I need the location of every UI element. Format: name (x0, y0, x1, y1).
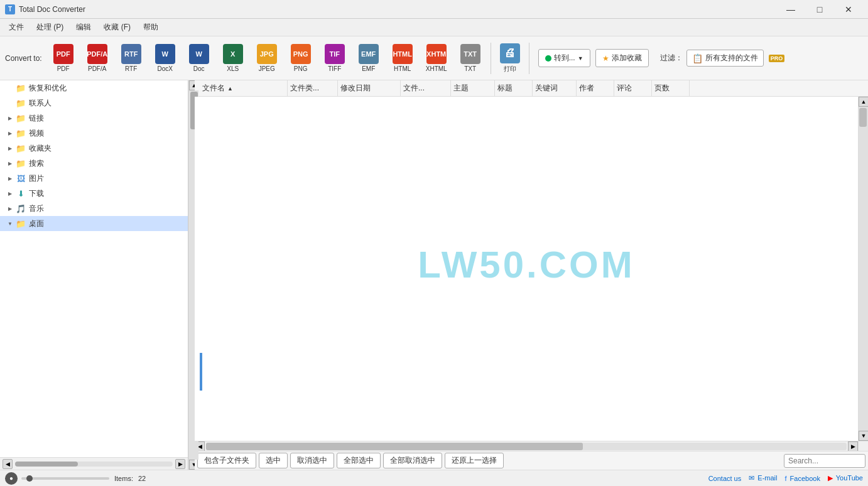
status-bar: ● Items: 22 Contact us ✉ E-mail f Facebo… (0, 470, 868, 486)
col-author-label: 作者 (579, 83, 594, 94)
col-filesize[interactable]: 文件... (401, 80, 451, 96)
sidebar-item-restore[interactable]: 📁 恢复和优化 (0, 80, 188, 95)
vscroll-up-btn[interactable]: ▲ (859, 97, 868, 107)
docx-icon: W (155, 44, 175, 64)
close-button[interactable]: ✕ (834, 0, 863, 19)
filter-value: 所有支持的文件 (705, 53, 758, 63)
sidebar-item-search[interactable]: ▶ 📁 搜索 (0, 156, 188, 171)
folder-icon: 🎵 (15, 203, 26, 213)
col-subject[interactable]: 主题 (451, 80, 495, 96)
menu-process[interactable]: 处理 (P) (30, 19, 70, 35)
pdf-label: PDF (57, 65, 70, 72)
convert-jpeg-button[interactable]: JPG JPEG (251, 40, 283, 77)
restore-prev-button[interactable]: 还原上一选择 (445, 453, 504, 468)
facebook-link[interactable]: f Facebook (784, 475, 820, 482)
txt-icon: TXT (460, 44, 480, 64)
hscroll-right-btn[interactable]: ▶ (175, 459, 185, 469)
vscroll-thumb (859, 108, 867, 127)
convert-xls-button[interactable]: X XLS (217, 40, 249, 77)
sidebar-item-pictures[interactable]: ▶ 🖼 图片 (0, 171, 188, 186)
deselect-button[interactable]: 取消选中 (290, 453, 334, 468)
print-icon: 🖨 (500, 43, 520, 63)
file-list-content[interactable]: LW50.COM (195, 97, 858, 441)
print-button[interactable]: 🖨 打印 (495, 40, 525, 77)
menu-edit[interactable]: 编辑 (70, 19, 97, 35)
col-keywords-label: 关键词 (535, 83, 558, 94)
menu-favorites[interactable]: 收藏 (F) (97, 19, 137, 35)
circle-icon: ● (9, 475, 13, 482)
xhtml-label: XHTML (426, 65, 447, 72)
sidebar-item-label: 下载 (29, 188, 44, 199)
hscroll-left-btn[interactable]: ◀ (3, 459, 13, 469)
print-label: 打印 (504, 65, 516, 73)
maximize-button[interactable]: □ (805, 0, 834, 19)
status-circle-btn[interactable]: ● (5, 472, 18, 485)
sidebar-item-links[interactable]: ▶ 📁 链接 (0, 111, 188, 126)
sidebar-item-desktop[interactable]: ▼ 📁 桌面 (0, 216, 188, 231)
col-title[interactable]: 标题 (495, 80, 533, 96)
sidebar-item-contacts[interactable]: 📁 联系人 (0, 95, 188, 111)
minimize-button[interactable]: — (776, 0, 805, 19)
convert-emf-button[interactable]: EMF EMF (352, 40, 385, 77)
menu-file[interactable]: 文件 (3, 19, 30, 35)
content-main-row: LW50.COM ▲ ▼ (195, 97, 868, 441)
convert-xhtml-button[interactable]: XHTM XHTML (420, 40, 453, 77)
select-button[interactable]: 选中 (259, 453, 288, 468)
col-moddate[interactable]: 修改日期 (338, 80, 401, 96)
toolbar: Convert to: PDF PDF PDF/A PDF/A RTF RTF … (0, 36, 868, 80)
sidebar-item-video[interactable]: ▶ 📁 视频 (0, 126, 188, 141)
menu-help[interactable]: 帮助 (137, 19, 165, 35)
folder-icon: 📁 (15, 83, 26, 93)
email-link[interactable]: ✉ E-mail (749, 474, 777, 482)
convert-txt-button[interactable]: TXT TXT (454, 40, 487, 77)
toolbar-separator-1 (491, 43, 491, 74)
app-icon: T (5, 4, 15, 14)
convert-docx-button[interactable]: W DocX (149, 40, 182, 77)
convert-doc-button[interactable]: W Doc (183, 40, 215, 77)
convert-pdfa-button[interactable]: PDF/A PDF/A (81, 40, 114, 77)
expand-arrow (5, 83, 15, 93)
contact-us-link[interactable]: Contact us (708, 475, 742, 482)
sidebar-item-label: 图片 (29, 173, 44, 184)
youtube-link[interactable]: ▶ YouTube (828, 474, 863, 482)
col-comments[interactable]: 评论 (614, 80, 652, 96)
main-container: 📁 恢复和优化 📁 联系人 ▶ 📁 链接 ▶ 📁 (0, 80, 868, 470)
toolbar-separator-2 (529, 43, 529, 74)
sidebar-item-label: 桌面 (29, 219, 44, 229)
sidebar-scroll[interactable]: 📁 恢复和优化 📁 联系人 ▶ 📁 链接 ▶ 📁 (0, 80, 188, 457)
convert-png-button[interactable]: PNG PNG (285, 40, 317, 77)
jpeg-label: JPEG (259, 65, 275, 72)
add-favorite-button[interactable]: ★ 添加收藏 (595, 49, 649, 67)
select-all-button[interactable]: 全部选中 (337, 453, 381, 468)
hscroll-right-btn[interactable]: ▶ (848, 441, 858, 451)
sidebar-item-favorites[interactable]: ▶ 📁 收藏夹 (0, 141, 188, 156)
tiff-label: TIFF (328, 65, 341, 72)
col-filetype[interactable]: 文件类... (288, 80, 338, 96)
convert-pdf-button[interactable]: PDF PDF (47, 40, 80, 77)
search-input[interactable] (784, 454, 865, 468)
col-author[interactable]: 作者 (577, 80, 614, 96)
sidebar-item-music[interactable]: ▶ 🎵 音乐 (0, 201, 188, 216)
expand-arrow: ▶ (5, 128, 15, 138)
convert-tiff-button[interactable]: TIF TIFF (318, 40, 351, 77)
green-dot-icon (545, 55, 551, 62)
convert-rtf-button[interactable]: RTF RTF (115, 40, 148, 77)
bottom-search (506, 454, 865, 468)
sidebar-item-label: 视频 (29, 128, 44, 139)
scroll-corner (858, 441, 868, 451)
include-subfolders-button[interactable]: 包含子文件夹 (197, 453, 256, 468)
col-filename[interactable]: 文件名 ▲ (200, 80, 288, 96)
vscroll-down-btn[interactable]: ▼ (859, 431, 868, 441)
convert-html-button[interactable]: HTML HTML (386, 40, 419, 77)
col-pages[interactable]: 页数 (652, 80, 690, 96)
pdf-icon: PDF (53, 44, 73, 64)
youtube-icon: ▶ (828, 474, 833, 482)
col-keywords[interactable]: 关键词 (533, 80, 577, 96)
deselect-all-button[interactable]: 全部取消选中 (383, 453, 442, 468)
sidebar-item-label: 搜索 (29, 158, 44, 169)
sidebar-item-downloads[interactable]: ▶ ⬇ 下载 (0, 186, 188, 201)
convert-to-button[interactable]: 转到... ▼ (538, 49, 590, 67)
bottom-toolbar: 包含子文件夹 选中 取消选中 全部选中 全部取消选中 还原上一选择 (195, 451, 868, 470)
pdfa-label: PDF/A (88, 65, 106, 72)
filter-dropdown[interactable]: 📋 所有支持的文件 (686, 50, 764, 67)
